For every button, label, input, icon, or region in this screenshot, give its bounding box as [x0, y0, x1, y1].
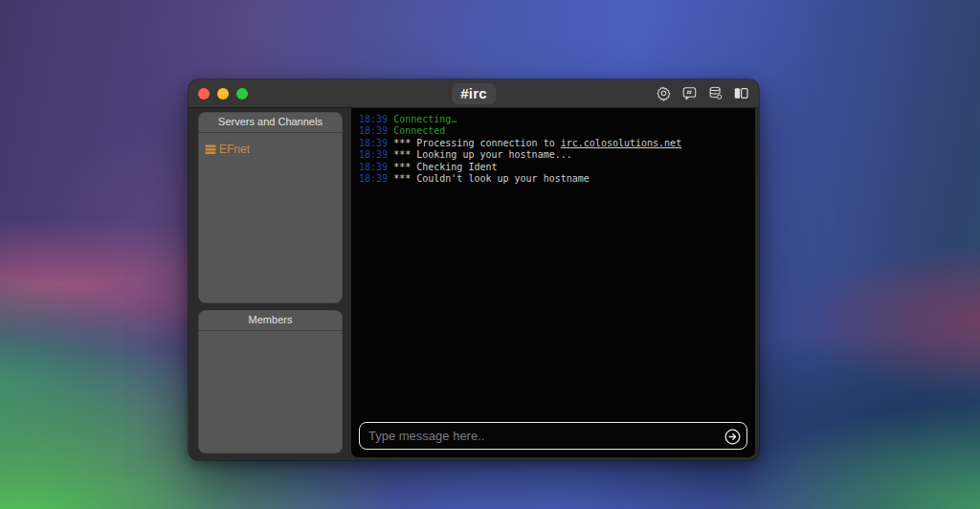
desktop-wallpaper: #irc — [0, 0, 980, 509]
irc-app-window: #irc — [189, 79, 759, 460]
servers-list: EFnet — [198, 133, 343, 160]
chat-timestamp: 18:39 — [359, 125, 388, 136]
chat-timestamp: 18:39 — [359, 138, 388, 148]
chat-timestamp: 18:39 — [359, 162, 388, 172]
channel-hash-bubble-icon[interactable] — [680, 85, 698, 102]
chat-line: 18:39 *** Checking Ident — [359, 162, 747, 173]
chat-line: 18:39 *** Processing connection to irc.c… — [359, 138, 747, 149]
close-button[interactable] — [198, 88, 210, 100]
servers-panel-header: Servers and Channels — [198, 112, 343, 133]
send-button[interactable] — [724, 428, 742, 446]
chat-timestamp: 18:39 — [359, 149, 388, 160]
chat-line: 18:39 Connecting… — [359, 114, 747, 125]
chat-message: Connected — [388, 125, 445, 136]
chat-log: 18:39 Connecting…18:39 Connected18:39 **… — [351, 108, 755, 415]
message-input[interactable] — [359, 422, 747, 450]
traffic-lights — [198, 88, 248, 100]
chat-timestamp: 18:39 — [359, 173, 388, 184]
chat-line: 18:39 Connected — [359, 125, 747, 137]
server-item[interactable]: EFnet — [198, 133, 343, 160]
chat-line: 18:39 *** Looking up your hostname... — [359, 149, 747, 161]
sidebar-layout-toggle-icon[interactable] — [732, 85, 749, 102]
chat-timestamp: 18:39 — [359, 114, 388, 124]
send-arrow-icon — [724, 428, 742, 446]
window-titlebar: #irc — [189, 79, 759, 108]
servers-panel: Servers and Channels EFnet — [198, 112, 343, 303]
chat-line: 18:39 *** Couldn't look up your hostname — [359, 173, 747, 185]
server-item-label: EFnet — [219, 143, 250, 156]
minimize-button[interactable] — [217, 88, 229, 100]
chat-message: Connecting… — [388, 114, 457, 124]
chat-message: *** Checking Ident — [388, 162, 497, 172]
composer — [351, 415, 755, 457]
chat-message: *** Processing connection to — [388, 138, 561, 148]
members-panel: Members — [198, 310, 343, 454]
window-body: Servers and Channels EFnet Members 18:39… — [189, 108, 759, 460]
chat-message: *** Looking up your hostname... — [388, 149, 572, 160]
chat-message: *** Couldn't look up your hostname — [388, 173, 590, 184]
zoom-button[interactable] — [236, 88, 248, 100]
toolbar — [655, 85, 749, 102]
server-stack-icon — [205, 144, 216, 155]
settings-gear-icon[interactable] — [655, 85, 672, 102]
chat-area: 18:39 Connecting…18:39 Connected18:39 **… — [351, 108, 755, 457]
sidebar: Servers and Channels EFnet Members — [189, 108, 351, 460]
window-title: #irc — [452, 83, 496, 104]
server-database-icon[interactable] — [706, 85, 724, 102]
server-hostname-link[interactable]: irc.colosolutions.net — [561, 138, 681, 148]
members-panel-header: Members — [198, 310, 343, 331]
